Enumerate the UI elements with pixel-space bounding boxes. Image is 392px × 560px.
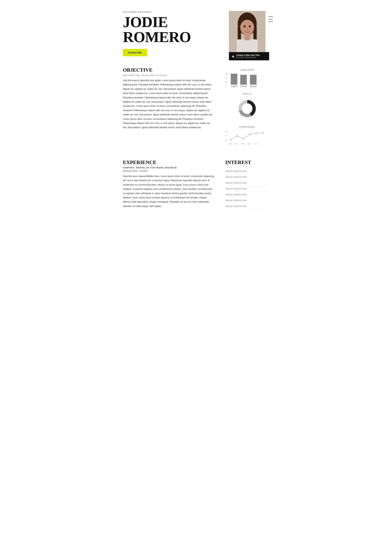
interest-item-6: Add an Interest here [225, 203, 269, 209]
left-column: OBJECTIVE SEO PRETIUM LIGULA SOLLICITUDI… [123, 67, 225, 152]
main-content: OBJECTIVE SEO PRETIUM LIGULA SOLLICITUDI… [108, 67, 284, 152]
interest-item-1: Add an Interest here [225, 174, 269, 180]
svg-text:50: 50 [225, 139, 227, 141]
skills-chart-title: SKILLS [225, 93, 269, 95]
objective-title: OBJECTIVE [123, 67, 214, 73]
bar-group-spanish: Spanish [250, 75, 257, 87]
svg-point-16 [236, 135, 238, 137]
svg-point-19 [256, 132, 257, 134]
interest-item-3: Add an Interest here [225, 186, 269, 192]
hero-left: SOFTWARE ENGINEER JODIE ROMERO Contact M… [123, 11, 221, 56]
right-column: LANGUAGES 120 80 40 0 English Chinese [225, 67, 269, 152]
interest-item-5: Add an Interest here [225, 198, 269, 203]
svg-point-15 [230, 139, 231, 140]
interest-item-0: Add an Interest here [225, 168, 269, 174]
svg-text:100: 100 [225, 131, 228, 133]
svg-text:Back...: Back... [229, 143, 233, 145]
languages-chart-title: LANGUAGES [225, 69, 269, 71]
svg-text:Fron...: Fron... [254, 143, 258, 145]
hero-section: SOFTWARE ENGINEER JODIE ROMERO Contact M… [108, 0, 284, 63]
interest-item-4: Add an Interest here [225, 192, 269, 198]
experience-section: EXPERIENCE COMPANY, BROOKLYN SOFTWARE EN… [123, 160, 214, 209]
bar-group-chinese: Chinese [240, 75, 247, 87]
skills-chart-section: SKILLS [225, 93, 269, 120]
svg-point-18 [249, 133, 251, 135]
bar-chart-wrap: 120 80 40 0 English Chinese [225, 73, 269, 87]
banner-logo-icon: ◈ [232, 54, 234, 58]
bar-group-english: English [231, 74, 237, 87]
objective-section: OBJECTIVE SEO PRETIUM LIGULA SOLLICITUDI… [123, 67, 214, 130]
svg-text:75: 75 [225, 135, 227, 137]
svg-text:Mobi...: Mobi... [241, 143, 246, 145]
nav-line-2 [268, 19, 273, 19]
experience-date: January 2015 - Present [123, 170, 214, 172]
line-chart-svg: 100 75 50 Back... Site... Mobi... [225, 130, 264, 145]
bottom-content: EXPERIENCE COMPANY, BROOKLYN SOFTWARE EN… [108, 152, 284, 217]
contact-button[interactable]: Contact Me [123, 49, 147, 56]
bar-chart: English Chinese Spanish [231, 73, 269, 87]
experience-chart-section: EXPERIENCE 100 75 50 Ba [225, 126, 269, 147]
experience-section-title: EXPERIENCE [123, 160, 214, 165]
bar-label-english: English [231, 85, 237, 87]
line-chart-wrap: 100 75 50 Back... Site... Mobi... [225, 130, 269, 147]
y-axis: 120 80 40 0 [225, 73, 228, 87]
donut-chart-svg [237, 99, 257, 119]
experience-chart-title: EXPERIENCE [225, 126, 269, 128]
svg-rect-6 [245, 34, 250, 40]
experience-company: COMPANY, BROOKLYN SOFTWARE ENGINEER [123, 167, 214, 169]
svg-rect-5 [237, 39, 258, 53]
svg-point-8 [249, 25, 251, 27]
objective-label: SEO PRETIUM LIGULA SOLLICITUDIN [123, 74, 214, 76]
banner-subtitle: Free trial. Instant access. [236, 57, 260, 59]
svg-point-20 [262, 132, 263, 133]
svg-text:Site...: Site... [235, 143, 238, 145]
bar-label-chinese: Chinese [240, 85, 247, 87]
bar-english [231, 74, 237, 85]
experience-body: Describe your responsibilities here. Lor… [123, 174, 214, 208]
hero-photo [229, 11, 265, 53]
bar-chinese [240, 75, 247, 85]
nav-lines [268, 16, 273, 22]
banner-title: Create a Site Like This [236, 54, 260, 57]
hero-subtitle: SOFTWARE ENGINEER [123, 11, 221, 13]
interest-section: INTEREST Add an Interest hereAdd an Inte… [225, 160, 269, 209]
hero-right: ◈ Create a Site Like This Free trial. In… [229, 11, 269, 53]
banner-text: Create a Site Like This Free trial. Inst… [236, 54, 260, 59]
bar-spanish [250, 75, 257, 85]
interest-item-2: Add an Interest here [225, 180, 269, 186]
interest-list: Add an Interest hereAdd an Interest here… [225, 168, 269, 209]
interest-title: INTEREST [225, 160, 269, 165]
languages-chart-section: LANGUAGES 120 80 40 0 English Chinese [225, 69, 269, 87]
svg-text:Appl...: Appl... [248, 143, 252, 145]
bar-label-spanish: Spanish [250, 85, 257, 87]
svg-point-17 [243, 138, 244, 140]
svg-point-4 [240, 20, 254, 35]
objective-body: Use this area to describe your goals. Lo… [123, 78, 214, 130]
hero-name: JODIE ROMERO [123, 15, 221, 45]
create-site-banner[interactable]: ◈ Create a Site Like This Free trial. In… [229, 52, 269, 60]
nav-line-1 [268, 16, 273, 17]
svg-point-7 [244, 25, 246, 27]
nav-line-3 [268, 21, 273, 22]
donut-wrap [225, 97, 269, 120]
